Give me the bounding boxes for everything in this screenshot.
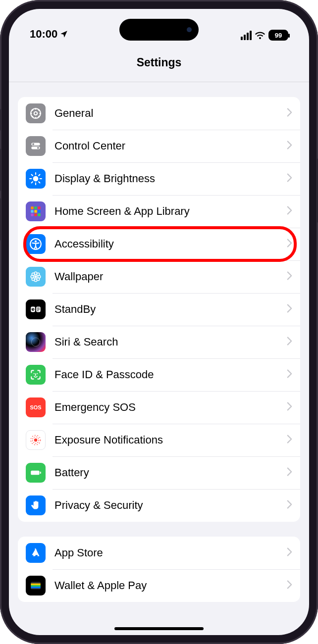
row-label: Siri & Search xyxy=(54,336,287,348)
chevron-right-icon xyxy=(287,467,292,478)
gear-icon xyxy=(26,103,46,123)
battery-level: 99 xyxy=(275,32,282,39)
sos-icon xyxy=(26,397,46,417)
chevron-right-icon xyxy=(287,108,292,119)
settings-group: App StoreWallet & Apple Pay xyxy=(18,537,300,602)
phone-frame: 10:00 99 Settings GeneralControl CenterD… xyxy=(0,0,318,644)
settings-row-home-screen[interactable]: Home Screen & App Library xyxy=(18,195,300,228)
chevron-right-icon xyxy=(287,337,292,347)
home-indicator[interactable] xyxy=(114,627,204,630)
status-time: 10:00 xyxy=(30,28,57,41)
chevron-right-icon xyxy=(287,271,292,282)
faceid-icon xyxy=(26,365,46,385)
appstore-icon xyxy=(26,543,46,563)
settings-row-emergency-sos[interactable]: Emergency SOS xyxy=(18,391,300,424)
settings-row-wallpaper[interactable]: Wallpaper xyxy=(18,260,300,293)
chevron-right-icon xyxy=(287,435,292,446)
chevron-right-icon xyxy=(287,141,292,151)
switches-icon xyxy=(26,136,46,156)
settings-row-app-store[interactable]: App Store xyxy=(18,537,300,569)
row-label: Emergency SOS xyxy=(54,401,287,414)
settings-row-control-center[interactable]: Control Center xyxy=(18,130,300,162)
chevron-right-icon xyxy=(287,369,292,380)
settings-row-accessibility[interactable]: Accessibility xyxy=(18,228,300,260)
row-label: Home Screen & App Library xyxy=(54,205,287,218)
row-label: Face ID & Passcode xyxy=(54,368,287,381)
settings-row-general[interactable]: General xyxy=(18,97,300,130)
settings-row-battery[interactable]: Battery xyxy=(18,456,300,489)
grid-icon xyxy=(26,201,46,221)
sun-icon xyxy=(26,169,46,189)
cellular-icon xyxy=(241,31,252,40)
row-label: Battery xyxy=(54,466,287,479)
chevron-right-icon xyxy=(287,239,292,249)
settings-row-standby[interactable]: StandBy xyxy=(18,293,300,326)
row-label: Display & Brightness xyxy=(54,172,287,185)
settings-row-exposure-notifications[interactable]: Exposure Notifications xyxy=(18,424,300,456)
volume-up-button xyxy=(0,149,1,191)
row-label: Accessibility xyxy=(54,238,287,250)
volume-down-button xyxy=(0,198,1,241)
page-title: Settings xyxy=(137,56,182,69)
row-label: Wallet & Apple Pay xyxy=(54,579,287,592)
settings-group: GeneralControl CenterDisplay & Brightnes… xyxy=(18,97,300,522)
row-label: App Store xyxy=(54,546,287,559)
wifi-icon xyxy=(255,31,265,39)
row-label: Exposure Notifications xyxy=(54,434,287,446)
location-icon xyxy=(59,30,68,39)
settings-row-wallet-apple-pay[interactable]: Wallet & Apple Pay xyxy=(18,569,300,602)
settings-row-display-brightness[interactable]: Display & Brightness xyxy=(18,162,300,195)
siri-icon xyxy=(26,332,46,352)
nav-bar: Settings xyxy=(9,44,309,82)
wallet-icon xyxy=(26,576,46,595)
settings-row-siri-search[interactable]: Siri & Search xyxy=(18,326,300,358)
standby-icon xyxy=(26,299,46,319)
row-label: General xyxy=(54,107,287,120)
exposure-icon xyxy=(26,430,46,450)
accessibility-icon xyxy=(26,234,46,254)
chevron-right-icon xyxy=(287,173,292,184)
settings-content[interactable]: GeneralControl CenterDisplay & Brightnes… xyxy=(9,82,309,635)
chevron-right-icon xyxy=(287,580,292,591)
dynamic-island xyxy=(119,19,199,41)
mute-switch xyxy=(0,109,1,131)
settings-row-privacy-security[interactable]: Privacy & Security xyxy=(18,489,300,522)
screen: 10:00 99 Settings GeneralControl CenterD… xyxy=(9,9,309,635)
chevron-right-icon xyxy=(287,500,292,511)
chevron-right-icon xyxy=(287,402,292,413)
chevron-right-icon xyxy=(287,206,292,217)
hand-icon xyxy=(26,495,46,515)
battery-icon xyxy=(26,463,46,483)
chevron-right-icon xyxy=(287,547,292,558)
flower-icon xyxy=(26,267,46,287)
row-label: Privacy & Security xyxy=(54,499,287,512)
row-label: Wallpaper xyxy=(54,270,287,283)
settings-row-faceid-passcode[interactable]: Face ID & Passcode xyxy=(18,358,300,391)
chevron-right-icon xyxy=(287,304,292,315)
battery-indicator: 99 xyxy=(268,30,288,41)
row-label: Control Center xyxy=(54,140,287,152)
row-label: StandBy xyxy=(54,303,287,316)
